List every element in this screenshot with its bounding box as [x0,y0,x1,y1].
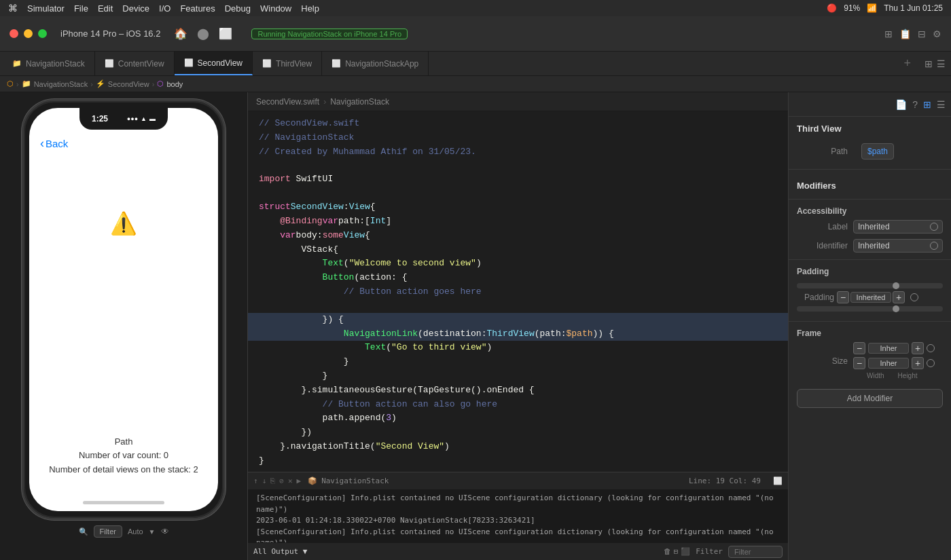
import-swiftui: SwiftUI [291,172,333,187]
tab-navigationstackapp[interactable]: ⬜ NavigationStackApp [322,52,429,75]
traffic-light-maximize[interactable] [38,29,47,38]
iphone-back-button[interactable]: ‹ Back [40,136,68,151]
square-icon: ⬜ [219,27,232,40]
padding-value[interactable]: Inherited [850,292,891,303]
height-decrement[interactable]: − [853,357,865,369]
padding-decrement[interactable]: − [837,291,849,303]
height-label: Height [898,372,918,379]
apple-menu[interactable]: ⌘ [8,3,18,14]
iphone-time: 1:25 [92,114,108,124]
trash-icon[interactable]: 🗑 [664,547,671,556]
add-modifier-button[interactable]: Add Modifier [797,389,943,408]
width-increment[interactable]: + [912,342,924,354]
menu-help[interactable]: Help [301,3,319,14]
code-comment1: // SecondView.swift [259,117,359,131]
console-copy-icon[interactable]: ⎘ [270,477,275,485]
split-editor-icon[interactable]: ⊞ [925,58,933,69]
padding-increment[interactable]: + [893,291,905,303]
padding-slider-top[interactable] [797,283,943,288]
height-circle [927,359,935,367]
menu-debug[interactable]: Debug [225,3,251,14]
tab-contentview-label: ContentView [118,59,164,69]
insp-grid-icon[interactable]: ☰ [937,99,946,110]
running-badge: Running NavigationStack on iPhone 14 Pro [251,29,408,39]
code-project-text: NavigationStack [330,97,389,107]
console-down-icon[interactable]: ↓ [262,477,267,485]
tab-contentview[interactable]: ⬜ ContentView [95,52,175,75]
tab-navigationstack-label: NavigationStack [26,59,85,69]
menu-features[interactable]: Features [180,3,215,14]
height-increment[interactable]: + [912,357,924,369]
code-line: } [248,454,788,468]
divider-1 [789,169,951,170]
bc-symbol-label[interactable]: body [166,80,183,88]
bc-root[interactable]: ⬡ [7,79,14,88]
auto-chevron: ▼ [149,528,156,536]
console-continue-icon[interactable]: ▶ [297,477,302,485]
console-bottom-bar: All Output ▼ 🗑 ⊟ ⬛ Filter [248,542,788,560]
battery-icon-sim: ▬ [149,115,156,122]
detail-views: Number of detail views on the stack: 2 [43,463,204,477]
window-title-icons: 🏠 ⬤ ⬜ [174,27,232,40]
sim-filter-button[interactable]: Filter [94,525,122,538]
tab-thirdview[interactable]: ⬜ ThirdView [253,52,322,75]
console-resize-icon[interactable]: ⬜ [773,477,783,485]
tab-navigationstack[interactable]: 📁 NavigationStack [3,52,95,75]
inspector-toggle-icon[interactable]: 📋 [899,29,911,39]
bc-file[interactable]: ⚡ [96,79,105,88]
code-comment3: // Created by Muhammad Athif on 31/05/23… [259,145,476,160]
width-label: Width [867,372,884,379]
window-chrome: iPhone 14 Pro – iOS 16.2 🏠 ⬤ ⬜ Running N… [0,16,951,52]
identifier-value-text: Inherited [858,241,890,250]
bc-folder[interactable]: 📁 [22,79,31,88]
code-line: }.simultaneousGesture(TapGesture().onEnd… [248,384,788,398]
add-tab-button[interactable]: + [895,56,919,71]
identifier-value[interactable]: Inherited [853,239,943,253]
console-up-icon[interactable]: ↑ [253,477,258,485]
import-kw: import [259,172,291,187]
console-filter-input[interactable] [728,546,783,558]
settings-icon[interactable]: ⚙ [933,29,941,39]
menu-file[interactable]: File [74,3,88,14]
code-line: } [248,355,788,369]
cellular-icon: ●●● [127,115,138,122]
bc-file-label[interactable]: SecondView [108,80,149,88]
code-content[interactable]: // SecondView.swift // NavigationStack /… [248,111,788,472]
split-console-icon[interactable]: ⊟ [674,547,679,556]
bc-folder-label[interactable]: NavigationStack [34,80,88,88]
menu-window[interactable]: Window [260,3,291,14]
menu-device[interactable]: Device [122,3,149,14]
width-decrement[interactable]: − [853,342,865,354]
main-area: 1:25 ●●● ▲ ▬ ‹ Back ⚠️ [0,92,951,560]
insp-question-icon[interactable]: ? [912,99,918,110]
code-file-name: SecondView.swift › NavigationStack [248,92,788,111]
height-value[interactable]: Inher [868,358,909,369]
filter-label-sim: Filter [100,527,116,536]
menu-edit[interactable]: Edit [98,3,113,14]
eye-icon[interactable]: 👁 [161,527,169,536]
insp-file-icon[interactable]: 📄 [895,99,907,110]
padding-slider-bottom[interactable] [797,306,943,312]
menu-io[interactable]: I/O [159,3,171,14]
width-value[interactable]: Inher [868,343,909,354]
inspector-path-value[interactable]: $path [861,143,894,160]
inspector-panel: 📄 ? ⊞ ☰ Third View Path $path Modifiers … [788,92,951,560]
traffic-light-close[interactable] [10,29,18,38]
var-count: Number of var count: 0 [43,449,204,463]
traffic-light-minimize[interactable] [24,29,33,38]
editor-options-icon[interactable]: ☰ [937,58,946,69]
scheme-selector-icon[interactable]: ⊞ [884,29,893,39]
label-value-text: Inherited [858,222,890,231]
console-clear-icon[interactable]: ⊘ [279,477,284,485]
breadcrumb: ⬡ › 📁 NavigationStack › ⚡ SecondView › ⬡… [0,76,951,92]
console-break-icon[interactable]: ✕ [288,477,293,485]
label-value[interactable]: Inherited [853,220,943,234]
tab-secondview[interactable]: ⬜ SecondView [175,52,253,75]
datetime: Thu 1 Jun 01:25 [884,3,943,13]
insp-attribute-icon[interactable]: ⊞ [923,99,931,110]
expand-console-icon[interactable]: ⬛ [681,547,690,556]
split-view-icon[interactable]: ⊟ [918,29,926,39]
menu-simulator[interactable]: Simulator [27,3,65,14]
code-filename-text: SecondView.swift [256,97,319,107]
tab-bar: 📁 NavigationStack ⬜ ContentView ⬜ Second… [0,52,951,76]
